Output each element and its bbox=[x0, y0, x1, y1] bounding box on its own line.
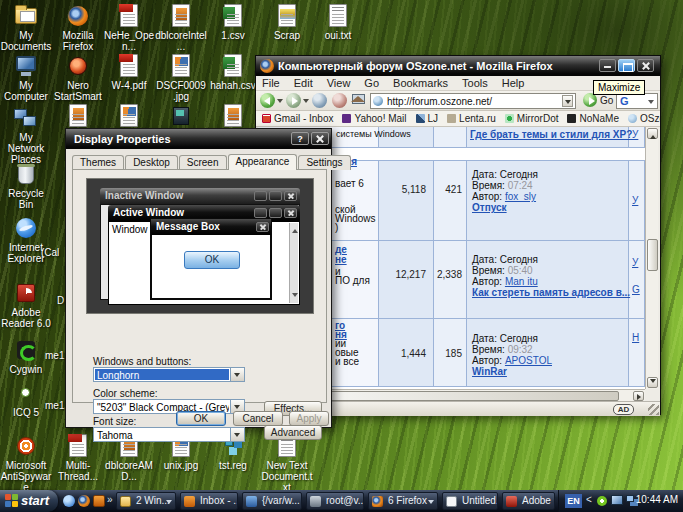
forward-dropdown-icon[interactable] bbox=[303, 99, 309, 106]
menu-file[interactable]: File bbox=[262, 77, 280, 90]
desktop-icon-unlabeled-2[interactable] bbox=[103, 104, 155, 128]
menu-bookmarks[interactable]: Bookmarks bbox=[393, 77, 448, 90]
thread-link[interactable]: WinRar bbox=[472, 366, 507, 377]
author-link[interactable]: APOSTOL bbox=[505, 355, 552, 366]
url-dropdown-icon[interactable] bbox=[562, 95, 573, 107]
bookmark-mirrordot[interactable]: MirrorDot bbox=[505, 113, 559, 124]
tray-collapse-chevron[interactable]: < bbox=[586, 494, 592, 505]
scrollbar-thumb[interactable] bbox=[647, 239, 658, 271]
desktop-icon-nero-startsmart[interactable]: Nero StartSmart bbox=[52, 54, 104, 102]
scroll-up-icon[interactable] bbox=[647, 128, 658, 139]
desktop-icon-1csv[interactable]: 1.csv bbox=[207, 4, 259, 41]
back-icon[interactable] bbox=[260, 93, 275, 108]
clock[interactable]: 10:44 AM bbox=[636, 494, 678, 505]
task-button-firefox-group[interactable]: 6 Firefox bbox=[368, 492, 438, 510]
stop-icon[interactable] bbox=[332, 93, 347, 108]
bookmark-lenta[interactable]: Lenta.ru bbox=[447, 113, 496, 124]
task-button-untitled[interactable]: Untitled... bbox=[442, 492, 498, 510]
desktop-icon-new-text-document[interactable]: New Text Document.txt bbox=[261, 434, 313, 493]
desktop-icon-unlabeled-3[interactable] bbox=[155, 104, 207, 128]
moderator-link[interactable]: У bbox=[632, 257, 638, 268]
tab-settings[interactable]: Settings bbox=[298, 155, 350, 170]
desktop-icon-ms-antispyware[interactable]: Microsoft AntiSpyware bbox=[0, 434, 52, 493]
display-tray-icon[interactable] bbox=[611, 495, 623, 505]
quicklaunch-firefox-icon[interactable] bbox=[78, 495, 90, 507]
maximize-button[interactable] bbox=[618, 59, 635, 72]
google-search-box[interactable] bbox=[616, 93, 658, 109]
ok-button[interactable]: OK bbox=[176, 411, 226, 426]
desktop-icon-unlabeled-1[interactable] bbox=[52, 104, 104, 128]
bookmark-gmail[interactable]: Gmail - Inbox bbox=[262, 113, 333, 124]
url-input[interactable] bbox=[370, 93, 576, 109]
language-indicator[interactable]: EN bbox=[565, 494, 582, 508]
font-size-select[interactable]: Tahoma bbox=[93, 427, 245, 442]
desktop-icon-mozilla-firefox[interactable]: Mozilla Firefox bbox=[52, 4, 104, 52]
desktop-icon-hahah-csv[interactable]: hahah.csv bbox=[207, 54, 259, 91]
menu-help[interactable]: Help bbox=[502, 77, 525, 90]
task-button-terminal[interactable]: root@v... bbox=[306, 492, 364, 510]
thread-link[interactable]: Как стереть память адресов в... bbox=[472, 287, 630, 298]
windows-buttons-select[interactable]: Longhorn bbox=[93, 367, 245, 382]
go-label[interactable]: Go bbox=[600, 95, 613, 106]
bookmark-yahoo-mail[interactable]: Yahoo! Mail bbox=[342, 113, 406, 124]
task-button-inbox[interactable]: Inbox - ... bbox=[180, 492, 238, 510]
author-link[interactable]: fox_sly bbox=[505, 191, 536, 202]
go-icon[interactable] bbox=[583, 93, 597, 107]
moderator-link[interactable]: G bbox=[632, 284, 640, 295]
scroll-down-icon[interactable] bbox=[647, 377, 658, 388]
desktop-icon-scrap[interactable]: Scrap bbox=[261, 4, 313, 41]
close-button[interactable] bbox=[311, 132, 329, 145]
help-button[interactable]: ? bbox=[291, 132, 309, 145]
task-button-var-www[interactable]: {/var/w... bbox=[242, 492, 302, 510]
desktop-icon-oui-txt[interactable]: oui.txt bbox=[312, 4, 364, 41]
forward-icon[interactable] bbox=[286, 93, 301, 108]
desktop-icon-my-network-places[interactable]: My Network Places bbox=[0, 106, 52, 165]
thread-link[interactable]: Где брать темы и стили для XP? bbox=[470, 129, 632, 140]
menu-go[interactable]: Go bbox=[364, 77, 379, 90]
task-button-windows-group[interactable]: 2 Win... bbox=[116, 492, 176, 510]
chevron-down-icon[interactable] bbox=[230, 368, 244, 381]
moderator-link[interactable]: У bbox=[632, 129, 638, 140]
author-link[interactable]: Man itu bbox=[505, 276, 538, 287]
close-button[interactable] bbox=[637, 59, 654, 72]
desktop-icon-nehe-open[interactable]: NeHe_Open... bbox=[103, 4, 155, 52]
task-button-adobe[interactable]: Adobe ... bbox=[502, 492, 555, 510]
forum-link-fragment[interactable]: не bbox=[335, 254, 347, 265]
thread-link[interactable]: Отпуск bbox=[472, 202, 507, 213]
dialog-titlebar[interactable]: Display Properties ? bbox=[66, 129, 331, 149]
desktop-icon-my-documents[interactable]: My Documents bbox=[0, 4, 52, 52]
menu-edit[interactable]: Edit bbox=[294, 77, 313, 90]
tab-themes[interactable]: Themes bbox=[72, 155, 124, 170]
menu-view[interactable]: View bbox=[327, 77, 351, 90]
desktop-icon-recycle-bin[interactable]: Recycle Bin bbox=[0, 162, 52, 210]
desktop-icon-w4-pdf[interactable]: W-4.pdf bbox=[103, 54, 155, 91]
icq-tray-icon[interactable] bbox=[597, 496, 607, 506]
menu-tools[interactable]: Tools bbox=[462, 77, 488, 90]
tab-appearance[interactable]: Appearance bbox=[228, 154, 298, 170]
desktop-icon-adobe-reader[interactable]: Adobe Reader 6.0 bbox=[0, 281, 52, 329]
desktop-icon-dscf0009-jpg[interactable]: DSCF0009.jpg bbox=[155, 54, 207, 102]
minimize-button[interactable] bbox=[599, 59, 616, 72]
quicklaunch-ie-icon[interactable] bbox=[63, 495, 75, 507]
chevron-down-icon[interactable] bbox=[230, 428, 244, 441]
vertical-scrollbar[interactable] bbox=[645, 127, 658, 389]
moderator-link[interactable]: Н bbox=[632, 332, 639, 343]
desktop-icon-unlabeled-4[interactable] bbox=[207, 104, 259, 128]
bookmark-lj[interactable]: LJ bbox=[416, 113, 439, 124]
adblock-badge[interactable]: AD bbox=[613, 404, 634, 415]
bookmark-oszone[interactable]: OSzone.net bbox=[628, 113, 660, 124]
start-button[interactable]: start bbox=[0, 490, 58, 512]
home-icon[interactable] bbox=[352, 94, 365, 104]
cancel-button[interactable]: Cancel bbox=[233, 411, 283, 426]
advanced-button[interactable]: Advanced bbox=[264, 425, 322, 440]
quicklaunch-overflow-chevron[interactable]: » bbox=[107, 494, 113, 505]
reload-icon[interactable] bbox=[312, 93, 327, 108]
tab-desktop[interactable]: Desktop bbox=[125, 155, 178, 170]
firefox-titlebar[interactable]: Компьютерный форум OSzone.net - Mozilla … bbox=[256, 56, 660, 76]
resize-grip[interactable] bbox=[648, 404, 659, 415]
tab-screen-saver[interactable]: Screen Saver bbox=[179, 155, 227, 170]
desktop-icon-dblcoreintel[interactable]: dblcoreIntel... bbox=[155, 4, 207, 52]
apply-button[interactable]: Apply bbox=[289, 411, 329, 426]
moderator-link[interactable]: У bbox=[632, 195, 638, 206]
desktop-icon-my-computer[interactable]: My Computer bbox=[0, 54, 52, 102]
